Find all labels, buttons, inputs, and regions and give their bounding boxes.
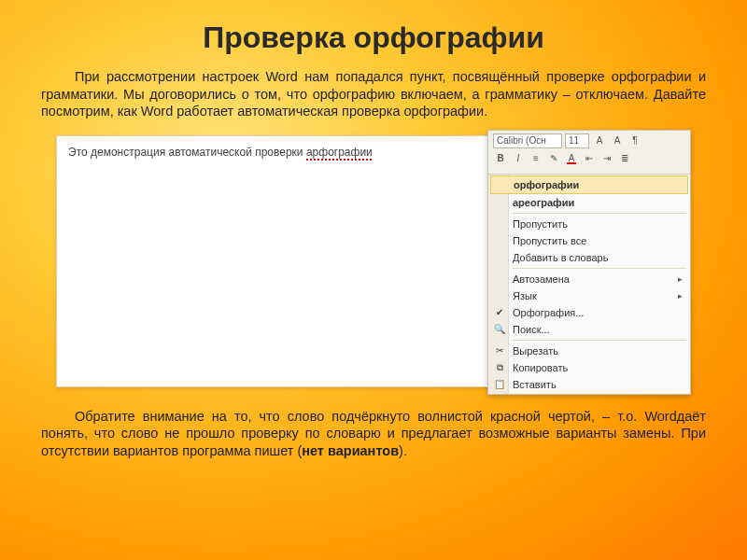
submenu-arrow-icon: ▸ [678,274,683,284]
word-screenshot: Это демонстрация автоматической проверки… [56,130,691,400]
highlight-icon[interactable]: ✎ [546,151,561,166]
paste-icon: 📋 [493,378,506,391]
doc-text-misspelled: арфографии [306,146,373,159]
menu-cut[interactable]: ✂Вырезать [488,343,690,359]
menu-separator [513,213,686,214]
bullets-icon[interactable]: ≣ [617,151,632,166]
bold-icon[interactable]: B [493,151,508,166]
floating-toolbar-and-menu: Calibri (Осн 11 A A ¶ B I ≡ ✎ A ⇤ ⇥ ≣ ор… [487,130,691,395]
indent-increase-icon[interactable]: ⇥ [599,151,614,166]
menu-separator [513,340,686,341]
indent-decrease-icon[interactable]: ⇤ [582,151,597,166]
menu-suggestion-2[interactable]: ареографии [488,194,690,211]
context-menu: орфографии ареографии Пропустить Пропуст… [488,175,690,394]
font-name-select[interactable]: Calibri (Осн [493,133,562,148]
font-color-icon[interactable]: A [564,151,579,166]
menu-find[interactable]: 🔍Поиск... [488,321,690,338]
copy-icon: ⧉ [493,361,506,374]
menu-spelling[interactable]: ✔Орфография... [488,304,690,321]
menu-separator [513,268,686,269]
grow-font-icon[interactable]: A [592,133,607,148]
font-size-select[interactable]: 11 [565,133,589,148]
menu-paste[interactable]: 📋Вставить [488,376,690,393]
doc-text-prefix: Это демонстрация автоматической проверки [68,146,306,159]
find-icon: 🔍 [493,323,506,336]
document-page: Это демонстрация автоматической проверки… [56,135,495,387]
menu-copy[interactable]: ⧉Копировать [488,359,690,376]
menu-skip[interactable]: Пропустить [488,216,690,232]
mini-toolbar: Calibri (Осн 11 A A ¶ B I ≡ ✎ A ⇤ ⇥ ≣ [488,131,690,175]
paragraph-outro: Обратите внимание на то, что слово подчё… [0,408,747,460]
submenu-arrow-icon: ▸ [678,291,683,301]
menu-language[interactable]: Язык▸ [488,287,690,304]
slide-title: Проверка орфографии [0,0,747,68]
shrink-font-icon[interactable]: A [610,133,625,148]
menu-autocorrect[interactable]: Автозамена▸ [488,271,690,287]
menu-skip-all[interactable]: Пропустить все [488,232,690,249]
menu-add-dictionary[interactable]: Добавить в словарь [488,249,690,266]
cut-icon: ✂ [493,344,506,357]
paragraph-intro: При рассмотрении настроек Word нам попад… [0,68,747,120]
spelling-icon: ✔ [493,306,506,319]
align-center-icon[interactable]: ≡ [529,151,543,166]
italic-icon[interactable]: I [511,151,526,166]
no-variants-bold: нет вариантов [302,443,399,458]
styles-icon[interactable]: ¶ [627,133,642,148]
menu-suggestion-1[interactable]: орфографии [490,175,688,194]
